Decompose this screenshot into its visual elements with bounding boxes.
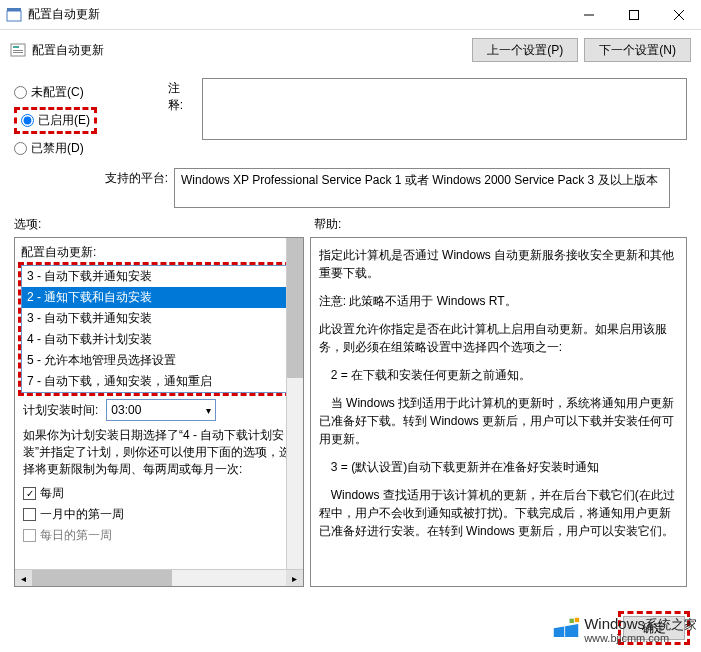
help-paragraph: 2 = 在下载和安装任何更新之前通知。 (319, 366, 678, 384)
svg-rect-11 (570, 619, 574, 623)
windows-logo-icon (552, 616, 580, 644)
close-button[interactable] (656, 0, 701, 29)
checkbox-icon (23, 529, 36, 542)
platform-label: 支持的平台: (105, 171, 168, 185)
svg-rect-9 (13, 52, 23, 53)
checkbox-third[interactable]: 每日的第一周 (15, 525, 303, 546)
watermark: Windows系统之家 www.bjjcmm.com (552, 616, 697, 644)
minimize-button[interactable] (566, 0, 611, 29)
help-paragraph: Windows 查找适用于该计算机的更新，并在后台下载它们(在此过程中，用户不会… (319, 486, 678, 540)
help-paragraph: 此设置允许你指定是否在此计算机上启用自动更新。如果启用该服务，则必须在组策略设置… (319, 320, 678, 356)
help-paragraph: 注意: 此策略不适用于 Windows RT。 (319, 292, 678, 310)
maximize-button[interactable] (611, 0, 656, 29)
radio-label: 已禁用(D) (31, 140, 84, 157)
watermark-brand: Windows (584, 615, 645, 632)
radio-label: 已启用(E) (38, 112, 90, 129)
svg-rect-10 (575, 618, 579, 622)
toolbar-title: 配置自动更新 (32, 42, 466, 59)
help-panel[interactable]: 指定此计算机是否通过 Windows 自动更新服务接收安全更新和其他重要下载。 … (310, 237, 687, 587)
checkbox-label: 每日的第一周 (40, 527, 112, 544)
help-paragraph: 当 Windows 找到适用于此计算机的更新时，系统将通知用户更新已准备好下载。… (319, 394, 678, 448)
checkbox-first-week[interactable]: 一月中的第一周 (15, 504, 303, 525)
comment-textarea[interactable] (202, 78, 687, 140)
help-label: 帮助: (314, 216, 341, 233)
checkbox-weekly[interactable]: ✓ 每周 (15, 483, 303, 504)
dropdown-option-selected[interactable]: 2 - 通知下载和自动安装 (22, 287, 296, 308)
scroll-left-icon[interactable]: ◂ (15, 570, 32, 586)
radio-label: 未配置(C) (31, 84, 84, 101)
options-label: 选项: (14, 216, 314, 233)
platform-box[interactable]: Windows XP Professional Service Pack 1 或… (174, 168, 670, 208)
radio-disabled[interactable]: 已禁用(D) (14, 134, 168, 162)
time-label: 计划安装时间: (23, 402, 98, 419)
help-paragraph: 3 = (默认设置)自动下载更新并在准备好安装时通知 (319, 458, 678, 476)
watermark-sub: 系统之家 (645, 617, 697, 632)
time-select[interactable]: 03:00 ▾ (106, 399, 216, 421)
svg-rect-0 (7, 11, 21, 21)
help-paragraph: 指定此计算机是否通过 Windows 自动更新服务接收安全更新和其他重要下载。 (319, 246, 678, 282)
dropdown-option[interactable]: 5 - 允许本地管理员选择设置 (22, 350, 296, 371)
checkbox-icon: ✓ (23, 487, 36, 500)
dropdown-option[interactable]: 4 - 自动下载并计划安装 (22, 329, 296, 350)
window-title: 配置自动更新 (28, 6, 566, 23)
svg-rect-1 (7, 8, 21, 11)
update-mode-dropdown[interactable]: 3 - 自动下载并通知安装 2 - 通知下载和自动安装 3 - 自动下载并通知安… (21, 265, 297, 393)
dropdown-label: 配置自动更新: (15, 238, 303, 265)
titlebar: 配置自动更新 (0, 0, 701, 30)
options-panel: 配置自动更新: 3 - 自动下载并通知安装 2 - 通知下载和自动安装 3 - … (14, 237, 304, 587)
radio-not-configured[interactable]: 未配置(C) (14, 78, 168, 106)
dropdown-option[interactable]: 3 - 自动下载并通知安装 (22, 308, 296, 329)
options-vertical-scrollbar[interactable] (286, 238, 303, 569)
dropdown-option[interactable]: 3 - 自动下载并通知安装 (22, 266, 296, 287)
scroll-right-icon[interactable]: ▸ (286, 570, 303, 586)
svg-rect-8 (13, 50, 23, 51)
chevron-down-icon: ▾ (206, 405, 211, 416)
radio-enabled[interactable]: 已启用(E) (14, 107, 97, 134)
comment-label: 注释: (168, 78, 195, 140)
checkbox-label: 一月中的第一周 (40, 506, 124, 523)
checkbox-label: 每周 (40, 485, 64, 502)
platform-text: Windows XP Professional Service Pack 1 或… (181, 173, 658, 187)
checkbox-icon (23, 508, 36, 521)
dropdown-option[interactable]: 7 - 自动下载，通知安装，通知重启 (22, 371, 296, 392)
svg-rect-7 (13, 46, 19, 48)
svg-rect-3 (629, 10, 638, 19)
toolbar: 配置自动更新 上一个设置(P) 下一个设置(N) (0, 30, 701, 70)
app-icon (6, 7, 22, 23)
prev-setting-button[interactable]: 上一个设置(P) (472, 38, 578, 62)
next-setting-button[interactable]: 下一个设置(N) (584, 38, 691, 62)
policy-icon (10, 42, 26, 58)
options-description: 如果你为计划安装日期选择了“4 - 自动下载计划安装”并指定了计划，则你还可以使… (15, 427, 303, 483)
watermark-url: www.bjjcmm.com (584, 632, 697, 644)
options-horizontal-scrollbar[interactable]: ◂ ▸ (15, 569, 303, 586)
time-value: 03:00 (111, 403, 141, 417)
